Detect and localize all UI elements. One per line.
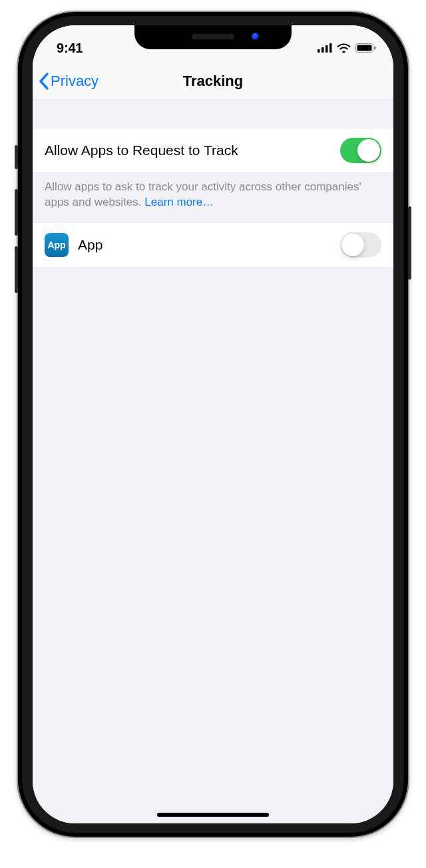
- allow-tracking-label: Allow Apps to Request to Track: [45, 142, 340, 158]
- phone-frame: 9:41: [18, 12, 408, 837]
- app-tracking-toggle[interactable]: [340, 232, 381, 258]
- allow-tracking-row: Allow Apps to Request to Track: [33, 128, 393, 173]
- nav-bar: Privacy Tracking: [33, 63, 393, 100]
- settings-content: Allow Apps to Request to Track Allow app…: [33, 100, 393, 823]
- cellular-signal-icon: [318, 43, 332, 53]
- allow-tracking-footer: Allow apps to ask to track your activity…: [33, 173, 393, 222]
- screen: 9:41: [33, 25, 393, 823]
- notch: [134, 25, 292, 49]
- allow-tracking-toggle[interactable]: [340, 138, 381, 163]
- app-icon: App: [45, 233, 69, 257]
- back-button[interactable]: Privacy: [38, 63, 99, 100]
- speaker-grille: [192, 34, 234, 39]
- front-camera: [252, 33, 260, 41]
- learn-more-link[interactable]: Learn more…: [144, 196, 214, 208]
- mute-switch[interactable]: [15, 145, 18, 169]
- volume-up-button[interactable]: [15, 189, 18, 236]
- volume-down-button[interactable]: [15, 246, 18, 293]
- battery-icon: [355, 43, 376, 53]
- power-button[interactable]: [408, 206, 411, 280]
- status-time: 9:41: [57, 41, 83, 56]
- home-indicator[interactable]: [157, 813, 269, 817]
- app-tracking-row: App App: [33, 222, 393, 268]
- back-label: Privacy: [51, 73, 99, 90]
- svg-rect-2: [325, 45, 328, 53]
- chevron-left-icon: [38, 73, 49, 90]
- wifi-icon: [337, 43, 351, 53]
- app-name-label: App: [78, 237, 340, 253]
- svg-rect-3: [329, 43, 332, 53]
- svg-rect-1: [321, 47, 324, 53]
- svg-rect-6: [374, 47, 376, 50]
- svg-rect-5: [357, 45, 372, 51]
- svg-rect-0: [318, 49, 320, 53]
